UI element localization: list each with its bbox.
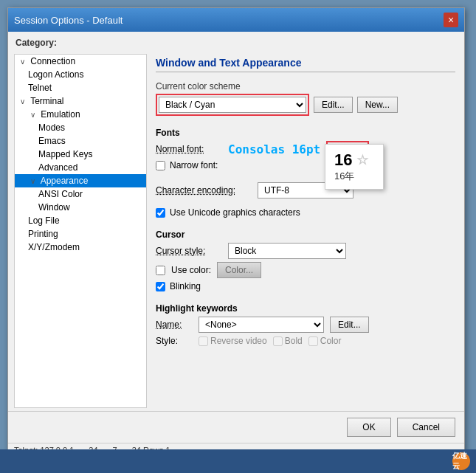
tree-label-modes: Modes (38, 122, 65, 133)
style-reverse-checkbox[interactable] (199, 336, 208, 346)
taskbar: 亿速云 (0, 449, 476, 473)
tree-label-logon-actions: Logon Actions (28, 69, 83, 80)
tree-item-ansi-color[interactable]: ANSI Color (15, 187, 146, 201)
tree-label-window: Window (38, 202, 70, 213)
color-scheme-section: Current color scheme Black / Cyan Edit..… (156, 81, 455, 122)
dialog-buttons: OK Cancel (8, 411, 464, 443)
unicode-label: Use Unicode graphics characters (170, 207, 300, 218)
style-reverse-label: Reverse video (210, 336, 267, 346)
tree-label-printing: Printing (28, 229, 58, 239)
unicode-checkbox[interactable] (156, 208, 165, 218)
taskbar-logo-text: 亿速云 (452, 451, 470, 472)
cursor-style-select[interactable]: Block (228, 243, 346, 259)
tree-item-terminal[interactable]: ∨ Terminal (15, 94, 146, 108)
new-color-scheme-button[interactable]: New... (357, 97, 398, 113)
use-color-checkbox[interactable] (156, 266, 165, 275)
edit-color-scheme-button[interactable]: Edit... (314, 97, 353, 113)
highlight-name-label: Name: (156, 320, 193, 330)
tree-label-terminal: Terminal (30, 96, 63, 106)
tree-item-modes[interactable]: Modes (15, 121, 146, 134)
style-reverse-option: Reverse video (199, 336, 267, 346)
tree-item-advanced[interactable]: Advanced (15, 161, 146, 174)
style-bold-checkbox[interactable] (273, 336, 283, 346)
ok-button[interactable]: OK (347, 418, 390, 437)
right-panel: Window and Text Appearance Current color… (147, 51, 464, 411)
normal-font-row: Normal font: Consolas 16pt Font... (156, 141, 455, 157)
cursor-section: Cursor Cursor style: Block Use color: Co… (156, 229, 455, 294)
tree-label-emulation: Emulation (41, 109, 80, 120)
narrow-font-label: Narrow font: (170, 160, 218, 170)
tree-label-ansi-color: ANSI Color (38, 189, 83, 199)
highlight-edit-button[interactable]: Edit... (330, 317, 369, 333)
cursor-style-row: Cursor style: Block (156, 243, 455, 259)
tree-item-logon-actions[interactable]: Logon Actions (15, 68, 146, 81)
tree-item-xyzmodem[interactable]: X/Y/Zmodem (15, 241, 146, 254)
category-tree: ∨ Connection Logon Actions Telnet ∨ Term… (14, 54, 147, 408)
narrow-font-row: Narrow font: (156, 160, 455, 170)
tree-item-window[interactable]: Window (15, 201, 146, 214)
highlight-name-select[interactable]: <None> (199, 317, 324, 333)
dialog-title: Session Options - Default (14, 15, 123, 26)
titlebar: Session Options - Default × (8, 8, 464, 32)
dialog-content: ∨ Connection Logon Actions Telnet ∨ Term… (8, 51, 464, 411)
expand-arrow-connection: ∨ (18, 58, 27, 66)
tree-label-xyzmodem: X/Y/Zmodem (28, 242, 80, 252)
cursor-title: Cursor (156, 229, 455, 240)
narrow-font-checkbox[interactable] (156, 161, 165, 170)
highlight-section: Highlight keywords Name: <None> Edit... … (156, 303, 455, 346)
style-bold-option: Bold (273, 336, 303, 346)
fonts-title: Fonts (156, 128, 455, 138)
encoding-row: Character encoding: UTF-8 (156, 182, 455, 198)
cancel-button[interactable]: Cancel (397, 418, 455, 437)
color-button[interactable]: Color... (217, 262, 261, 278)
color-scheme-label: Current color scheme (156, 81, 455, 92)
tree-item-emulation[interactable]: ∨ Emulation (15, 108, 146, 121)
style-color-label: Color (320, 336, 342, 346)
desktop: Session Options - Default × Category: ∨ … (0, 0, 476, 473)
fonts-section: Fonts Normal font: Consolas 16pt Font...… (156, 128, 455, 173)
style-color-option: Color (308, 336, 342, 346)
tree-item-emacs[interactable]: Emacs (15, 134, 146, 148)
highlight-name-row: Name: <None> Edit... (156, 317, 455, 333)
tree-item-appearance[interactable]: ∨ Appearance (15, 174, 146, 187)
normal-font-label: Normal font: (156, 144, 222, 154)
style-color-checkbox[interactable] (308, 336, 318, 346)
cursor-style-label: Cursor style: (156, 246, 222, 256)
unicode-checkbox-row: Use Unicode graphics characters (156, 207, 455, 218)
style-label: Style: (156, 336, 193, 346)
color-scheme-select[interactable]: Black / Cyan (159, 97, 306, 113)
expand-arrow-terminal: ∨ (18, 97, 27, 106)
close-button[interactable]: × (444, 13, 458, 27)
session-options-dialog: Session Options - Default × Category: ∨ … (7, 7, 465, 458)
tree-item-telnet[interactable]: Telnet (15, 81, 146, 94)
highlight-title: Highlight keywords (156, 303, 455, 314)
tree-item-log-file[interactable]: Log File (15, 214, 146, 227)
expand-arrow-appearance: ∨ (28, 177, 37, 186)
tree-label-emacs: Emacs (38, 136, 66, 146)
dialog-body: Category: ∨ Connection Logon Actions Tel… (8, 32, 464, 457)
tree-label-advanced: Advanced (38, 162, 77, 173)
style-bold-label: Bold (285, 336, 303, 346)
color-scheme-row: Black / Cyan Edit... New... (156, 94, 455, 116)
blinking-row: Blinking (156, 281, 455, 291)
tree-item-mapped-keys[interactable]: Mapped Keys (15, 148, 146, 161)
category-label: Category: (8, 32, 464, 51)
tooltip-number-row: 16 ☆ (334, 151, 374, 170)
blinking-label: Blinking (170, 281, 201, 291)
expand-arrow-emulation: ∨ (28, 111, 37, 120)
tree-label-telnet: Telnet (28, 83, 52, 93)
blinking-checkbox[interactable] (156, 282, 165, 291)
tree-item-connection[interactable]: ∨ Connection (15, 55, 146, 68)
use-color-row: Use color: Color... (156, 262, 455, 278)
taskbar-logo: 亿速云 (452, 452, 470, 470)
panel-title: Window and Text Appearance (156, 57, 455, 72)
tooltip-number: 16 (334, 151, 352, 170)
use-color-label: Use color: (171, 265, 211, 275)
style-row: Style: Reverse video Bold (156, 336, 455, 346)
tree-label-mapped-keys: Mapped Keys (38, 149, 92, 159)
encoding-label: Character encoding: (156, 185, 252, 196)
tree-item-printing[interactable]: Printing (15, 227, 146, 241)
tooltip-popup: 16 ☆ 16年 (325, 144, 384, 190)
color-scheme-box: Black / Cyan (156, 94, 309, 116)
tree-label-connection: Connection (30, 56, 75, 66)
